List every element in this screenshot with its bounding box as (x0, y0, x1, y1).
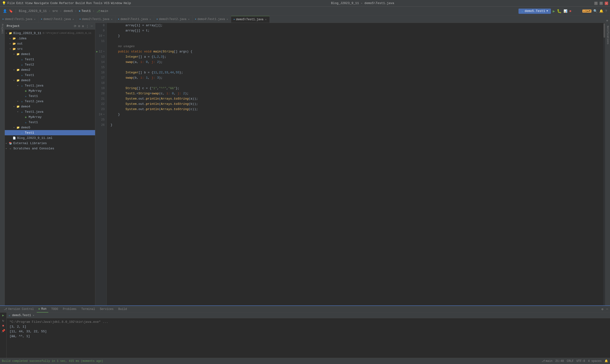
collapse-all-icon[interactable]: ⊟ (78, 24, 81, 28)
tree-item-idea[interactable]: ▸ 📂 .idea (5, 36, 95, 41)
fold-icon[interactable]: ▾ (103, 112, 104, 117)
menu-run[interactable]: Run (86, 1, 92, 5)
run-rerun-btn[interactable]: ↻ (2, 319, 4, 323)
tab-run[interactable]: ▶ Run (37, 306, 48, 312)
tree-item-demo1-test2[interactable]: ▸ ☕ Test2 (5, 62, 95, 67)
notifications-icon[interactable]: 🔔 (605, 359, 608, 363)
tab-close-btn[interactable]: ✕ (72, 18, 74, 21)
tree-item-external-libs[interactable]: ▸ 📚 External Libraries (5, 141, 95, 146)
tabs-overflow-btn[interactable]: ≡ (604, 19, 610, 23)
minimize-panel-icon[interactable]: ─ (90, 24, 93, 28)
stop-button[interactable]: ■ (569, 9, 571, 13)
tree-item-src[interactable]: ▾ 📂 src (5, 46, 95, 52)
project-panel-icon[interactable]: Project (1, 24, 4, 34)
tree-item-demo1[interactable]: ▾ 📁 demo1 (5, 52, 95, 57)
tab-demo2-test1[interactable]: ● demo2\Test1.java ✕ (77, 16, 116, 23)
sync-icon[interactable]: ⟳ (73, 24, 77, 28)
tree-item-demo5[interactable]: ▾ 📁 demo5 (5, 125, 95, 130)
menu-vcs[interactable]: VCS (104, 1, 109, 5)
close-button[interactable]: ✕ (605, 2, 608, 5)
coverage-button[interactable]: 📊 (564, 9, 567, 13)
editor-scrollbar[interactable] (603, 23, 605, 305)
tab-demo4-test1[interactable]: ● demo4\Test1.java ✕ (193, 16, 231, 23)
tab-demo3-test2[interactable]: ● demo3\Test2.java ✕ (154, 16, 193, 23)
tree-item-demo4-test1[interactable]: ▾ ☕ Test1.java (5, 109, 95, 114)
menu-window[interactable]: Window (111, 1, 122, 5)
menu-help[interactable]: Help (123, 1, 131, 5)
bottom-settings-btn[interactable]: ⚙ (601, 307, 603, 311)
search-button[interactable]: 🔍 (593, 9, 597, 13)
menu-file[interactable]: File (7, 1, 15, 5)
tree-item-demo2[interactable]: ▾ 📁 demo2 (5, 67, 95, 72)
tree-item-demo4[interactable]: ▾ 📁 demo4 (5, 104, 95, 109)
run-gutter-icon[interactable]: ▶ (96, 49, 98, 54)
tab-close-btn[interactable]: ✕ (111, 18, 113, 21)
breadcrumb-src[interactable]: src (52, 9, 58, 13)
tree-item-demo4-test1-class[interactable]: ▸ ☕ Test1 (5, 120, 95, 125)
tree-item-project[interactable]: ▾ 📁 Blog_J2023_9_11 D:\Project\JAVA\Blog… (5, 30, 95, 36)
tab-close-btn[interactable]: ✕ (149, 18, 152, 21)
tree-item-iml[interactable]: ▸ 📄 Blog_J2023_9_11.iml (5, 135, 95, 141)
line-col-indicator[interactable]: 21:48 (556, 360, 564, 363)
project-account-icon[interactable]: 👤 (3, 9, 7, 13)
tree-item-demo3-test1-class[interactable]: ▸ ☕ Test1 (5, 93, 95, 99)
settings-icon[interactable]: ⚙ (81, 24, 84, 28)
debug-button[interactable]: 🐛 (557, 9, 562, 13)
tab-terminal[interactable]: Terminal (79, 306, 97, 312)
notifications-label[interactable]: Notifications (606, 26, 609, 44)
breadcrumb-file[interactable]: ● Test1 (79, 9, 91, 13)
tab-problems[interactable]: Problems (61, 306, 79, 312)
tab-close-btn[interactable]: ✕ (34, 18, 36, 21)
tree-item-demo1-test1[interactable]: ▸ ☕ Test1 (5, 57, 95, 62)
tree-item-out[interactable]: ▸ 📂 out (5, 41, 95, 46)
fold-icon[interactable]: ▾ (103, 33, 104, 39)
tab-close-btn[interactable]: ✕ (265, 18, 267, 21)
menu-code[interactable]: Code (50, 1, 58, 5)
settings-button[interactable]: 🔔 (599, 9, 603, 13)
console-run-tab[interactable]: demo5.Test1 (12, 314, 31, 317)
scrollbar-thumb[interactable] (604, 23, 605, 38)
tab-services[interactable]: Services (98, 306, 116, 312)
build-status[interactable]: Build completed successfully in 1 sec, 4… (2, 360, 103, 363)
menu-navigate[interactable]: Navigate (34, 1, 49, 5)
line-ending[interactable]: CRLF (567, 360, 574, 363)
menu-build[interactable]: Build (76, 1, 85, 5)
tree-item-demo4-myarray[interactable]: ▸ ◉ MyArray (5, 114, 95, 120)
tree-item-demo3-test2[interactable]: ▾ ☕ Test2.java (5, 99, 95, 104)
menu-refactor[interactable]: Refactor (59, 1, 74, 5)
help-button[interactable]: ? (605, 9, 607, 13)
bookmark-icon[interactable]: 🔖 (9, 9, 13, 13)
tab-build[interactable]: Build (117, 306, 129, 312)
run-button[interactable]: ▶ (553, 9, 555, 13)
run-play-btn[interactable]: ▶ (2, 313, 4, 317)
tab-close-btn[interactable]: ✕ (188, 18, 190, 21)
menu-tools[interactable]: Tools (93, 1, 103, 5)
more-options-icon[interactable]: ⋮ (85, 24, 89, 28)
tab-demo3-test1[interactable]: ● demo3\Test1.java ✕ (116, 16, 154, 23)
code-content[interactable]: array[i] = array[j]; array[j] = t; } no … (107, 23, 603, 305)
breadcrumb-module[interactable]: demo5 (64, 9, 73, 13)
minimize-button[interactable]: ─ (594, 2, 597, 5)
run-config-selector[interactable]: ☕ demo5.Test1 ▼ (519, 9, 551, 14)
warning-badge[interactable]: ⚠ 1 ▲ ▼ (582, 10, 591, 13)
tree-item-scratches[interactable]: ▸ ✏️ Scratches and Consoles (5, 146, 95, 151)
tree-item-demo3-myarray[interactable]: ▸ ◉ MyArray (5, 88, 95, 93)
breadcrumb-project[interactable]: Blog_J2023_9_11 (19, 9, 47, 13)
console-tab-close[interactable]: ✕ (33, 314, 34, 317)
breadcrumb-branch[interactable]: ⎇ main (96, 9, 108, 13)
tree-item-demo3-test1[interactable]: ▾ ☕ Test1.java (5, 83, 95, 88)
tab-demo1-test2[interactable]: ● demo1\Test2.java ✕ (39, 16, 77, 23)
tab-demo5-test1[interactable]: ● demo5\Test1.java ✕ (231, 16, 270, 23)
tree-item-demo5-test1[interactable]: ▸ ☕ Test1 (5, 130, 95, 135)
charset[interactable]: UTF-8 (576, 360, 585, 363)
tree-item-demo3[interactable]: ▾ 📁 demo3 (5, 78, 95, 83)
indent-indicator[interactable]: 4 spaces (588, 360, 602, 363)
git-branch[interactable]: ⎇ main (542, 359, 553, 363)
run-stop-btn[interactable]: ■ (2, 324, 4, 327)
menu-edit[interactable]: Edit (16, 1, 24, 5)
menu-view[interactable]: View (25, 1, 32, 5)
fold-icon[interactable]: ▾ (103, 49, 104, 54)
tab-demo1-test1[interactable]: ● demo1\Test1.java ✕ (0, 16, 39, 23)
tree-item-demo2-test1[interactable]: ▸ ☕ Test1 (5, 72, 95, 78)
bottom-minimize-btn[interactable]: ─ (606, 307, 608, 311)
